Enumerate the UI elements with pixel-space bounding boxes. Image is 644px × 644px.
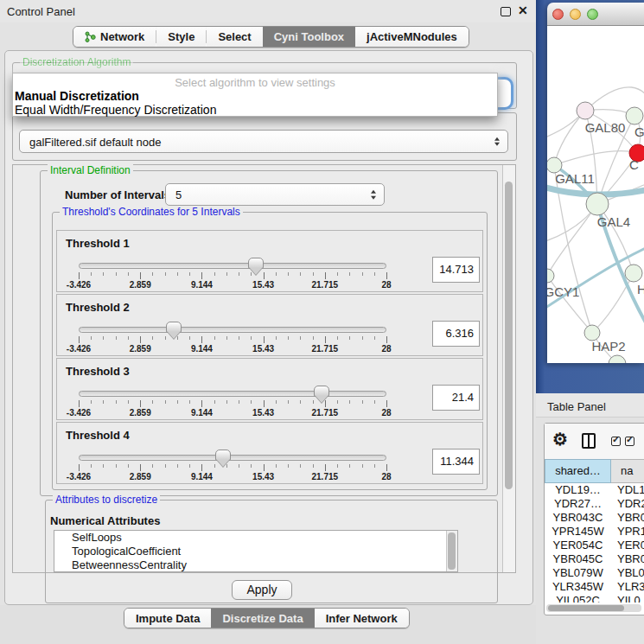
slider-ticks-major [79, 400, 388, 407]
slider-track[interactable] [79, 391, 386, 397]
attributes-list[interactable]: SelfLoops TopologicalCoefficient Between… [54, 530, 458, 572]
threshold-value-field[interactable]: 6.316 [432, 321, 480, 347]
network-graph-icon [85, 29, 96, 48]
column-header-shared-name[interactable]: shared… [545, 459, 611, 483]
table-row[interactable]: YPR145WYPR1 [545, 525, 644, 539]
threshold-row: Threshold 3 -3.426 2.859 9.144 15.43 21.… [56, 358, 483, 420]
column-header-name[interactable]: na [611, 459, 644, 483]
tab-style[interactable]: Style [156, 27, 206, 47]
minimize-traffic-light-icon[interactable] [570, 9, 581, 20]
dropdown-prompt: Select algorithm to view settings [13, 76, 497, 89]
node-gal80[interactable] [577, 102, 594, 119]
node-bottom[interactable] [609, 355, 626, 363]
number-of-intervals-select[interactable]: 5 [165, 183, 385, 206]
slider-tick-labels: -3.426 2.859 9.144 15.43 21.715 28 [79, 344, 386, 354]
table-row[interactable]: YIL052CYIL0 [545, 594, 644, 603]
slider-thumb[interactable] [248, 258, 264, 269]
node-h[interactable] [625, 265, 642, 282]
columns-icon[interactable] [582, 433, 596, 449]
slider-ticks-major [79, 336, 388, 343]
group-title: Discretization Algorithm [20, 56, 133, 68]
network-canvas[interactable]: GAL80 GA C GAL11 GAL4 GCY1 H HAP2 [547, 26, 644, 363]
checkbox-icon[interactable] [625, 437, 634, 446]
list-item[interactable]: SelfLoops [54, 531, 457, 545]
tab-network[interactable]: Network [73, 27, 156, 47]
node-label: HAP2 [591, 339, 625, 354]
table-panel-title: Table Panel [547, 400, 606, 413]
table-panel-titlebar: Table Panel [536, 393, 644, 418]
network-window-titlebar[interactable] [547, 3, 644, 26]
dropdown-option-manual-discretization[interactable]: Manual Discretization [15, 89, 139, 103]
zoom-traffic-light-icon[interactable] [587, 9, 598, 20]
threshold-label: Threshold 1 [66, 237, 130, 250]
threshold-row: Threshold 2 -3.426 2.859 9.144 15.43 21.… [56, 294, 483, 356]
slider-track[interactable] [79, 263, 386, 269]
node-label: H [637, 282, 644, 296]
table-horizontal-scrollbar-thumb[interactable] [548, 605, 624, 611]
number-of-intervals-value: 5 [175, 188, 182, 201]
close-icon[interactable]: ✕ [518, 3, 528, 17]
threshold-value-field[interactable]: 14.713 [432, 257, 480, 283]
tab-discretize-data[interactable]: Discretize Data [211, 609, 314, 628]
node-top-right[interactable] [626, 107, 643, 124]
control-panel-title: Control Panel [7, 5, 75, 18]
slider-ticks-major [79, 464, 388, 471]
threshold-row: Threshold 4 -3.426 2.859 9.144 15.43 21.… [56, 422, 483, 484]
control-panel-titlebar: Control Panel ✕ [0, 0, 536, 22]
apply-button[interactable]: Apply [232, 580, 292, 600]
algorithm-dropdown-popup: Select algorithm to view settings Manual… [12, 73, 498, 117]
list-item[interactable]: TopologicalCoefficient [54, 545, 457, 558]
node-label: GCY1 [547, 284, 579, 299]
table-row[interactable]: YBR045CYBR0 [545, 552, 644, 566]
threshold-label: Threshold 4 [66, 429, 130, 442]
slider-tick-labels: -3.426 2.859 9.144 15.43 21.715 28 [79, 280, 386, 290]
tab-select[interactable]: Select [207, 27, 262, 47]
group-title: Interval Definition [48, 164, 133, 176]
threshold-label: Threshold 3 [66, 365, 130, 378]
slider-track[interactable] [79, 327, 386, 333]
slider-track[interactable] [79, 455, 386, 461]
tab-label: Network [100, 30, 144, 43]
table-row[interactable]: YDR27…YDR2 [545, 497, 644, 511]
threshold-value-field[interactable]: 21.4 [432, 385, 480, 411]
table-row[interactable]: YER054CYER0 [545, 539, 644, 552]
table-row[interactable]: YLR345WYLR3 [545, 580, 644, 594]
node-label: GAL11 [555, 171, 595, 186]
slider-thumb[interactable] [314, 386, 329, 397]
slider-tick-labels: -3.426 2.859 9.144 15.43 21.715 28 [79, 408, 386, 418]
table-row[interactable]: YBL079WYBL0 [545, 566, 644, 580]
tab-impute-data[interactable]: Impute Data [124, 609, 211, 628]
dropdown-option-equal-width-frequency[interactable]: Equal Width/Frequency Discretization [15, 103, 216, 117]
node-table[interactable]: YDL19…YDL1 YDR27…YDR2 YBR043CYBR0 YPR145… [545, 483, 644, 603]
close-traffic-light-icon[interactable] [552, 9, 564, 20]
slider-ticks-major [79, 272, 388, 279]
network-weighted-edges [547, 165, 644, 324]
node-label: C [629, 157, 639, 172]
node-label: GA [634, 124, 644, 139]
table-row[interactable]: YBR043CYBR0 [545, 511, 644, 525]
tab-jactivemnodules[interactable]: jActiveMNodules [355, 27, 469, 47]
list-scrollbar-thumb[interactable] [448, 532, 456, 570]
slider-thumb[interactable] [166, 322, 182, 333]
network-view-window: GAL80 GA C GAL11 GAL4 GCY1 H HAP2 [547, 3, 644, 363]
table-row[interactable]: YDL19…YDL1 [545, 483, 644, 497]
group-title: Threshold's Coordinates for 5 Intervals [60, 206, 243, 218]
cyni-bottom-tabs: Impute Data Discretize Data Infer Networ… [124, 608, 410, 628]
list-item[interactable]: BetweennessCentrality [54, 558, 457, 572]
float-window-icon[interactable] [501, 7, 511, 16]
spinner-arrows-icon [494, 137, 500, 146]
numerical-attributes-label: Numerical Attributes [50, 514, 160, 527]
spinner-arrows-icon [371, 190, 376, 200]
network-nodes[interactable] [547, 102, 644, 363]
tab-infer-network[interactable]: Infer Network [315, 609, 409, 628]
table-data-select[interactable]: galFiltered.sif default node [19, 130, 508, 153]
group-title: Attributes to discretize [53, 494, 160, 506]
node-gcy1[interactable] [547, 269, 554, 283]
node-gal4[interactable] [586, 193, 609, 215]
slider-thumb[interactable] [215, 450, 231, 461]
gear-icon[interactable]: ⚙ [552, 429, 568, 450]
settings-scrollbar-thumb[interactable] [505, 182, 513, 489]
tab-cyni-toolbox[interactable]: Cyni Toolbox [263, 27, 355, 47]
threshold-value-field[interactable]: 11.344 [432, 449, 480, 475]
checkbox-icon[interactable] [611, 437, 621, 446]
